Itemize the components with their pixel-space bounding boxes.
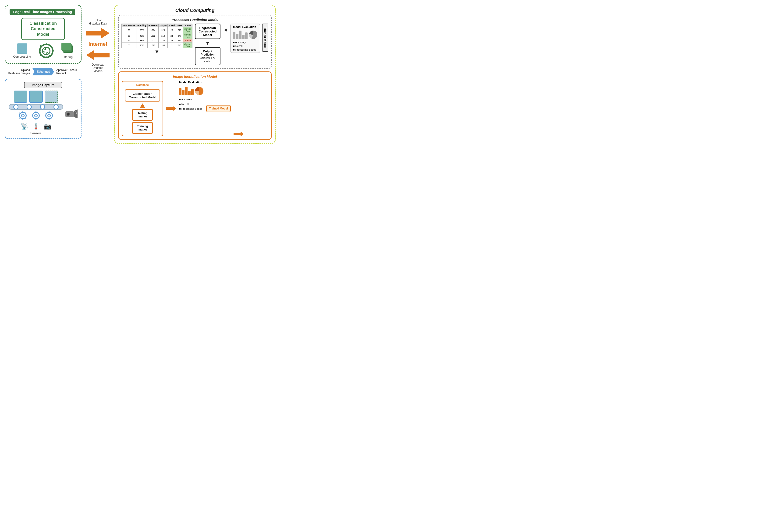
pie-chart-orange (195, 87, 203, 95)
sensors-row: 📡 🌡️ 📷 (20, 123, 51, 130)
svg-rect-4 (39, 50, 41, 52)
trained-model-orange-section: Trained Model (206, 81, 231, 136)
eval-trained-section: Model Evaluation ■ Accuracy (230, 24, 269, 53)
compress-item: Compressing (13, 43, 31, 58)
svg-rect-22 (36, 112, 36, 113)
conveyor-belt (9, 104, 63, 110)
internet-label: Internet (88, 41, 108, 47)
svg-rect-25 (39, 115, 40, 116)
webcam-icon: 📷 (44, 123, 51, 130)
conveyor-area: 📡 🌡️ 📷 Sensors (9, 91, 78, 135)
approve-discard-label: Approve/DiscardProduct (56, 69, 82, 75)
orange-bar-4 (188, 91, 191, 95)
svg-point-20 (33, 112, 39, 119)
model-eval-panel: Model Evaluation ■ Accuracy (230, 24, 260, 53)
trained-model-label: Trained Model (262, 24, 269, 52)
svg-rect-30 (45, 115, 46, 116)
filter-label: Filtering (62, 55, 73, 59)
thermometer-icon: 🌡️ (32, 123, 40, 130)
table-row: 3048%102313821245 defect-free (122, 42, 192, 48)
svg-point-1 (42, 47, 50, 55)
image-capture-label: Image Capture (24, 82, 62, 88)
model-eval-title: Model Evaluation (233, 26, 256, 29)
image-id-title: Image Identification Model (122, 75, 268, 79)
processes-box: Processes Prediction Model Temperature H… (118, 15, 272, 69)
svg-rect-5 (52, 50, 54, 52)
testing-box: TestingImages (132, 109, 153, 121)
ethernet-label: Ethernet (32, 68, 54, 75)
col-humidity: Humidity (136, 24, 148, 27)
processes-content: Temperature Humidity Pressure Torque spe… (121, 24, 269, 65)
database-label: Database (136, 83, 149, 87)
arrow-right-section (166, 81, 176, 136)
upload-text: UploadHistorical Data (89, 19, 107, 25)
product-block-3 (45, 91, 58, 103)
orange-bar-1 (179, 88, 181, 95)
image-id-inner: Database ClassificationConstructed Model… (122, 81, 268, 136)
gear-item (38, 43, 54, 59)
col-status: status (183, 24, 193, 27)
svg-marker-42 (234, 132, 244, 136)
training-box: TrainingImages (132, 122, 153, 134)
eval-item-1: ■ Accuracy (233, 41, 246, 44)
regression-box: RegressionConstructed Model (195, 24, 221, 39)
eval-chart (233, 31, 257, 39)
edge-box: Edge Real-Time Images Processing Classif… (5, 5, 82, 64)
svg-rect-31 (52, 115, 53, 116)
edge-box-title: Edge Real-Time Images Processing (9, 9, 75, 15)
svg-rect-29 (49, 118, 49, 120)
svg-rect-2 (46, 43, 47, 45)
gears-row (18, 111, 53, 120)
middle-panel: UploadHistorical Data Internet Download … (86, 5, 110, 144)
gear-icon-3 (45, 111, 53, 120)
belt-wheel-4 (53, 104, 58, 109)
svg-rect-12 (23, 112, 23, 113)
svg-marker-38 (86, 28, 110, 38)
svg-rect-24 (32, 115, 33, 116)
model-eval-orange-title: Model Evaluation (179, 81, 202, 84)
svg-rect-3 (46, 56, 47, 58)
download-text: Download UpdatedModels (86, 63, 110, 73)
temp-sensor: 🌡️ (32, 123, 40, 130)
col-torque: Torque (159, 24, 168, 27)
ethernet-row: UploadReal-time Images Ethernet Approve/… (5, 68, 82, 75)
svg-rect-23 (36, 118, 36, 120)
svg-rect-14 (19, 115, 20, 116)
images-col: TestingImages TrainingImages (132, 103, 153, 134)
data-table: Temperature Humidity Pressure Torque spe… (121, 24, 192, 48)
classification-box: Classification Constructed Model (21, 18, 65, 40)
image-capture-box: Image Capture (5, 79, 82, 139)
belt-wheel-1 (13, 104, 18, 109)
arrow-right-orange-icon (166, 106, 176, 111)
bar-chart-orange (179, 87, 194, 95)
bar-4 (242, 35, 245, 39)
belt-wheel-3 (40, 104, 45, 109)
arrow-down-1: ▼ (154, 49, 160, 54)
orange-eval-item-1: ■ Accuracy (179, 98, 192, 101)
classification-orange-box: ClassificationConstructed Model (125, 89, 160, 101)
col-pressure: Pressure (148, 24, 159, 27)
table-row: 2738%102114528269 defect (122, 39, 192, 42)
pie-chart (249, 31, 257, 39)
security-camera-icon (66, 109, 78, 118)
sensors-label: Sensors (30, 131, 42, 135)
database-section: Database ClassificationConstructed Model… (122, 81, 163, 136)
wifi-icon: 📡 (20, 123, 28, 130)
cloud-title: Cloud Computing (118, 8, 272, 13)
orange-eval-item-2: ■ Recall (179, 103, 189, 105)
bar-2 (236, 34, 239, 39)
gear-recycle-icon (38, 43, 54, 59)
model-eval-orange-section: Model Evaluation ■ Accuracy ■ Recall (179, 81, 203, 136)
arrow-down-2: ▼ (205, 41, 210, 46)
filter-item: Filtering (61, 43, 73, 59)
trained-model-orange: Trained Model (206, 105, 231, 112)
product-block-2 (29, 91, 43, 103)
center-flow: RegressionConstructed Model ▼ OutputPred… (195, 24, 221, 65)
col-speed: speed (168, 24, 176, 27)
bar-3 (239, 31, 242, 39)
table-row: 2550%102412026279 defect-free (122, 27, 192, 33)
svg-point-11 (22, 114, 24, 117)
svg-rect-15 (26, 115, 27, 116)
svg-marker-41 (166, 106, 176, 111)
gear-icon-1 (18, 111, 27, 120)
